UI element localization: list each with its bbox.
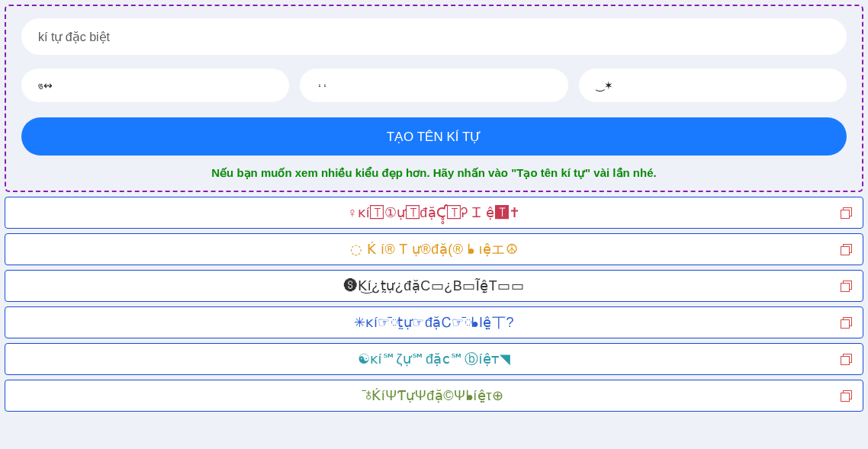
- results-list[interactable]: ♀ᴋí🅃①ự🅃đặƇ̥̥🅃Ꭾ Ꮖ ệ🆃✝◌ Ḱ í® T ự®đặ(® ᖲ ιệ…: [5, 197, 863, 420]
- decor-input-right[interactable]: [579, 69, 847, 102]
- copy-icon[interactable]: [841, 207, 852, 218]
- result-text: ♁ᰳḰíΨƬựΨđặ©Ψᖲíệ̤τ⊕: [365, 387, 504, 404]
- result-item[interactable]: ✳ᴋí☞ᰳt̰ự☞đặᏟ☞ᰳᖲIệ̤丅?: [5, 306, 863, 338]
- result-text: 🅢K͜í¿t̰ự¿đặC▭¿B▭Ĩệ̰T▭▭: [344, 277, 525, 294]
- result-item[interactable]: ☯ᴋí℠ζự℠đặᴄ℠ⓑíệᴛ◥: [5, 343, 863, 375]
- decor-input-middle[interactable]: [300, 69, 567, 102]
- decor-input-left[interactable]: [21, 69, 289, 102]
- generator-form: TẠO TÊN KÍ TỰ Nếu bạn muốn xem nhiều kiể…: [5, 5, 863, 192]
- result-text: ✳ᴋí☞ᰳt̰ự☞đặᏟ☞ᰳᖲIệ̤丅?: [354, 313, 514, 332]
- result-text: ◌ Ḱ í® T ự®đặ(® ᖲ ιệエ☮: [350, 240, 518, 258]
- decoration-row: [21, 69, 847, 102]
- result-item[interactable]: ◌ Ḱ í® T ự®đặ(® ᖲ ιệエ☮: [5, 233, 863, 265]
- result-text: ☯ᴋí℠ζự℠đặᴄ℠ⓑíệᴛ◥: [358, 350, 511, 368]
- result-text: ♀ᴋí🅃①ự🅃đặƇ̥̥🅃Ꭾ Ꮖ ệ🆃✝: [347, 204, 521, 221]
- main-text-input[interactable]: [21, 18, 847, 55]
- copy-icon[interactable]: [841, 244, 852, 255]
- generate-button[interactable]: TẠO TÊN KÍ TỰ: [21, 117, 847, 156]
- copy-icon[interactable]: [841, 390, 852, 401]
- result-item[interactable]: ♀ᴋí🅃①ự🅃đặƇ̥̥🅃Ꭾ Ꮖ ệ🆃✝: [5, 197, 863, 229]
- result-item[interactable]: 🅢K͜í¿t̰ự¿đặC▭¿B▭Ĩệ̰T▭▭: [5, 270, 863, 302]
- copy-icon[interactable]: [841, 317, 852, 328]
- hint-text: Nếu bạn muốn xem nhiều kiểu đẹp hơn. Hãy…: [21, 166, 847, 180]
- result-item[interactable]: ♁ᰳḰíΨƬựΨđặ©Ψᖲíệ̤τ⊕: [5, 380, 863, 412]
- copy-icon[interactable]: [841, 354, 852, 364]
- copy-icon[interactable]: [841, 281, 852, 291]
